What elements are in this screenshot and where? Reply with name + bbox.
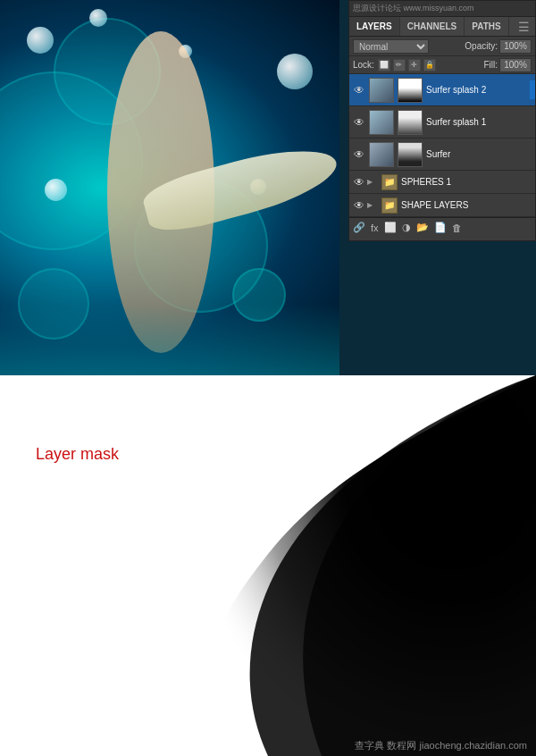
- new-layer-icon[interactable]: 📄: [434, 222, 447, 233]
- opacity-input[interactable]: [499, 39, 532, 54]
- water-splash: [0, 304, 339, 375]
- opacity-control: Opacity:: [465, 39, 532, 54]
- layer-name-surfer-splash-1: Surfer splash 1: [424, 117, 533, 127]
- lock-pixels-btn[interactable]: ✏: [393, 59, 406, 71]
- fx-icon[interactable]: fx: [371, 223, 379, 233]
- link-icon[interactable]: 🔗: [353, 222, 365, 233]
- delete-icon[interactable]: 🗑: [452, 223, 462, 233]
- scroll-accent: [530, 80, 535, 99]
- expand-spheres-1[interactable]: ▶: [367, 178, 380, 186]
- panel-menu-icon[interactable]: ☰: [513, 17, 535, 36]
- fill-label: Fill:: [483, 60, 498, 70]
- tab-paths[interactable]: PATHS: [465, 17, 508, 36]
- mask-gradient-svg: [0, 375, 536, 756]
- thumb-color-surfer-splash-1: [369, 110, 394, 135]
- visibility-surfer-splash-2[interactable]: 👁: [351, 74, 367, 106]
- top-section: 思源设计论坛 www.missyuan.com LAYERS CHANNELS …: [0, 0, 536, 375]
- fill-control: Fill:: [483, 58, 532, 72]
- tab-channels[interactable]: CHANNELS: [400, 17, 465, 36]
- lock-label: Lock:: [353, 60, 374, 70]
- lock-fill-row: Lock: ⬜ ✏ ✛ 🔒 Fill:: [349, 56, 535, 74]
- water-drop-2: [89, 9, 107, 27]
- layer-name-surfer: Surfer: [424, 149, 533, 159]
- layer-list: 👁 Surfer splash 2 👁 Surfer: [349, 74, 535, 217]
- layer-row-spheres-1[interactable]: 👁 ▶ 📁 SPHERES 1: [349, 171, 535, 194]
- visibility-shape-layers[interactable]: 👁: [351, 189, 367, 218]
- blend-mode-select[interactable]: Normal Multiply Screen Overlay: [353, 39, 429, 54]
- thumb-mask-surfer-splash-2: [398, 78, 423, 103]
- lock-all-btn[interactable]: 🔒: [423, 59, 436, 71]
- mask-icon[interactable]: ⬜: [384, 222, 397, 233]
- folder-icon-spheres-1: 📁: [381, 174, 398, 190]
- visibility-surfer[interactable]: 👁: [351, 139, 367, 171]
- layers-panel: 思源设计论坛 www.missyuan.com LAYERS CHANNELS …: [348, 0, 536, 241]
- tab-layers[interactable]: LAYERS: [349, 17, 400, 36]
- layer-name-surfer-splash-2: Surfer splash 2: [424, 85, 533, 95]
- layer-row-shape-layers[interactable]: 👁 ▶ 📁 SHAPE LAYERS: [349, 194, 535, 217]
- thumb-color-surfer-splash-2: [369, 78, 394, 103]
- adjustment-icon[interactable]: ◑: [402, 222, 411, 233]
- layer-mask-label: Layer mask: [36, 445, 119, 464]
- visibility-surfer-splash-1[interactable]: 👁: [351, 106, 367, 139]
- fill-input[interactable]: [499, 58, 532, 72]
- panel-bottom-bar: 🔗 fx ⬜ ◑ 📂 📄 🗑: [349, 217, 535, 237]
- layer-name-shape-layers: SHAPE LAYERS: [399, 200, 533, 210]
- water-drop-1: [27, 27, 54, 54]
- thumb-color-surfer: [369, 142, 394, 167]
- water-drop-3: [277, 54, 313, 89]
- folder-icon-shape-layers: 📁: [381, 197, 398, 214]
- opacity-label: Opacity:: [465, 41, 498, 51]
- thumb-mask-surfer: [398, 142, 423, 167]
- layer-row-surfer-splash-2[interactable]: 👁 Surfer splash 2: [349, 74, 535, 106]
- panel-tabs: LAYERS CHANNELS PATHS ☰: [349, 17, 535, 37]
- watermark-text: 思源设计论坛 www.missyuan.com: [353, 3, 474, 14]
- group-icon[interactable]: 📂: [416, 222, 429, 233]
- panel-watermark: 思源设计论坛 www.missyuan.com: [349, 1, 535, 17]
- lock-icons: ⬜ ✏ ✛ 🔒: [378, 59, 436, 71]
- layer-name-spheres-1: SPHERES 1: [399, 177, 533, 187]
- water-drop-5: [45, 179, 67, 201]
- lock-transparent-btn[interactable]: ⬜: [378, 59, 390, 71]
- expand-shape-layers[interactable]: ▶: [367, 201, 380, 209]
- thumb-mask-surfer-splash-1: [398, 110, 423, 135]
- blend-mode-row: Normal Multiply Screen Overlay Opacity:: [349, 37, 535, 56]
- bottom-watermark-text: 查字典 数程网 jiaocheng.chazidian.com: [355, 739, 527, 752]
- layer-row-surfer-splash-1[interactable]: 👁 Surfer splash 1: [349, 106, 535, 139]
- layer-row-surfer[interactable]: 👁 Surfer: [349, 139, 535, 171]
- lock-position-btn[interactable]: ✛: [408, 59, 421, 71]
- bottom-section: Layer mask 查字典 数程网 jiaocheng.chazidian.c…: [0, 375, 536, 756]
- surfer-artwork: [0, 0, 339, 375]
